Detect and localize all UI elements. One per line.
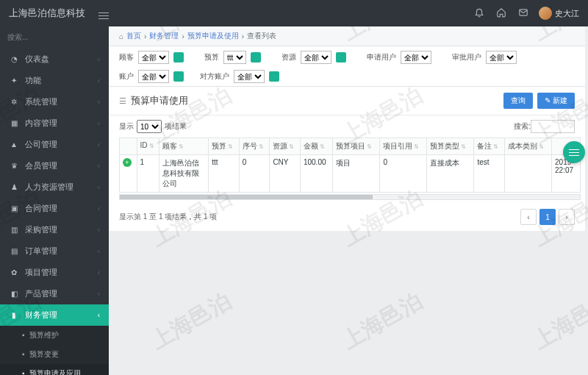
menu-icon: ♛: [9, 162, 19, 170]
crumb-l3: 查看列表: [247, 31, 276, 41]
breadcrumb: ⌂ 首页 › 财务管理 › 预算申请及使用 › 查看列表: [109, 26, 585, 46]
pencil-icon: ✎: [545, 96, 551, 104]
col-resource[interactable]: 资源⇅: [270, 138, 301, 155]
expand-row-icon[interactable]: +: [123, 158, 132, 167]
col-budget-type[interactable]: 预算类型⇅: [427, 138, 474, 155]
filter-customer[interactable]: 全部: [138, 51, 169, 64]
filter-budget[interactable]: ttt: [223, 51, 246, 64]
pager-next[interactable]: ›: [559, 209, 575, 225]
avatar: [539, 7, 552, 20]
panel-title: 预算申请使用: [131, 94, 188, 107]
filter-chip[interactable]: [251, 52, 261, 63]
crumb-l2[interactable]: 预算申请及使用: [187, 31, 239, 41]
home-icon[interactable]: [496, 7, 506, 19]
col-cost-type[interactable]: 成本类别⇅: [505, 138, 552, 155]
chevron-left-icon: ‹: [98, 162, 100, 170]
sidebar-item-会员管理[interactable]: ♛会员管理‹: [0, 155, 109, 176]
col-remark[interactable]: 备注⇅: [474, 138, 505, 155]
sidebar-item-label: 人力资源管理: [25, 182, 74, 193]
filter-other-account-label: 对方账户: [200, 71, 229, 82]
sidebar-sub-预算变更[interactable]: ▪预算变更: [0, 345, 109, 364]
filter-apply-user[interactable]: 全部: [401, 51, 431, 64]
sidebar-item-采购管理[interactable]: ▥采购管理‹: [0, 219, 109, 240]
filter-audit-user[interactable]: 全部: [486, 51, 517, 64]
col-amount[interactable]: 金额⇅: [300, 138, 332, 155]
crumb-l1[interactable]: 财务管理: [149, 31, 179, 41]
filter-chip[interactable]: [173, 71, 184, 82]
filter-other-account[interactable]: 全部: [234, 70, 265, 83]
cell-budget-type: 直接成本: [427, 155, 474, 193]
menu-icon: ▦: [9, 119, 19, 127]
col-id[interactable]: ID⇅: [137, 138, 159, 155]
filter-customer-label: 顾客: [119, 52, 134, 63]
per-label: 项结果: [165, 121, 187, 132]
menu-toggle[interactable]: [98, 9, 109, 18]
chevron-left-icon: ‹: [98, 290, 100, 298]
sidebar-item-人力资源管理[interactable]: ♟人力资源管理‹: [0, 176, 109, 198]
menu-icon: ▤: [9, 247, 19, 255]
pager-prev[interactable]: ‹: [520, 209, 537, 225]
cell-id: 1: [137, 155, 159, 193]
col-item-ref[interactable]: 项目引用⇅: [380, 138, 427, 155]
chevron-left-icon: ‹: [98, 140, 100, 149]
create-button[interactable]: ✎ 新建: [537, 93, 575, 109]
search-input[interactable]: [531, 120, 575, 133]
chevron-left-icon: ‹: [98, 268, 100, 276]
cell-resource: CNY: [270, 155, 301, 193]
table-horizontal-scrollbar[interactable]: [119, 194, 581, 200]
sidebar-item-合同管理[interactable]: ▣合同管理‹: [0, 198, 109, 219]
filter-account[interactable]: 全部: [138, 70, 169, 83]
menu-icon: ◧: [9, 290, 19, 298]
crumb-home[interactable]: 首页: [126, 31, 141, 41]
menu-icon: ♟: [9, 183, 19, 191]
filter-chip[interactable]: [173, 52, 184, 63]
sidebar-item-label: 合同管理: [25, 203, 57, 214]
page-size-select[interactable]: 10: [137, 120, 162, 133]
col-customer[interactable]: 顾客⇅: [159, 138, 208, 155]
sidebar-item-label: 内容管理: [25, 118, 57, 129]
menu-icon: ✿: [9, 268, 19, 276]
dot-icon: ▪: [22, 331, 25, 339]
sidebar-item-订单管理[interactable]: ▤订单管理‹: [0, 240, 109, 262]
chevron-left-icon: ‹: [98, 247, 100, 255]
menu-icon: ✲: [9, 98, 19, 106]
sidebar-item-公司管理[interactable]: ▲公司管理‹: [0, 134, 109, 155]
user-menu[interactable]: 史大江: [539, 7, 579, 20]
pager-page-1[interactable]: 1: [539, 209, 556, 225]
floating-menu-button[interactable]: [563, 141, 585, 163]
bell-icon[interactable]: [474, 7, 484, 19]
menu-icon: ✦: [9, 76, 19, 85]
sidebar-item-label: 订单管理: [25, 246, 57, 257]
sidebar-item-系统管理[interactable]: ✲系统管理‹: [0, 91, 109, 113]
menu-icon: ▣: [9, 204, 19, 213]
query-button[interactable]: 查询: [503, 93, 533, 109]
sidebar-sub-预算申请及应用[interactable]: ▪预算申请及应用: [0, 364, 109, 375]
col-budget-item[interactable]: 预算项目⇅: [333, 138, 380, 155]
brand-title: 上海邑泊信息科技: [9, 7, 85, 20]
col-budget[interactable]: 预算⇅: [209, 138, 240, 155]
filter-resource[interactable]: 全部: [301, 51, 331, 64]
mail-icon[interactable]: [518, 7, 528, 19]
sidebar-item-内容管理[interactable]: ▦内容管理‹: [0, 113, 109, 134]
sidebar-item-项目管理[interactable]: ✿项目管理‹: [0, 262, 109, 283]
filter-apply-user-label: 申请用户: [367, 52, 396, 63]
username: 史大江: [555, 8, 579, 19]
sidebar-search[interactable]: 搜索...: [0, 26, 109, 49]
sidebar-item-功能[interactable]: ✦功能‹: [0, 70, 109, 91]
chevron-left-icon: ‹: [98, 204, 100, 213]
create-button-label: 新建: [553, 96, 567, 104]
sidebar-item-label: 项目管理: [25, 267, 57, 278]
sidebar-sub-预算维护[interactable]: ▪预算维护: [0, 326, 109, 345]
sidebar-item-label: 财务管理: [25, 310, 57, 321]
cell-remark: test: [474, 155, 505, 193]
sidebar-item-产品管理[interactable]: ◧产品管理‹: [0, 283, 109, 304]
col-seq[interactable]: 序号⇅: [239, 138, 270, 155]
sidebar-item-财务管理[interactable]: ▮财务管理‹: [0, 304, 109, 326]
menu-icon: ◔: [9, 55, 19, 63]
menu-icon: ▥: [9, 226, 19, 234]
show-label: 显示: [119, 121, 134, 132]
sidebar-item-仪表盘[interactable]: ◔仪表盘‹: [0, 49, 109, 70]
filter-chip[interactable]: [336, 52, 346, 63]
cell-budget: ttt: [209, 155, 240, 193]
filter-chip[interactable]: [269, 71, 279, 82]
